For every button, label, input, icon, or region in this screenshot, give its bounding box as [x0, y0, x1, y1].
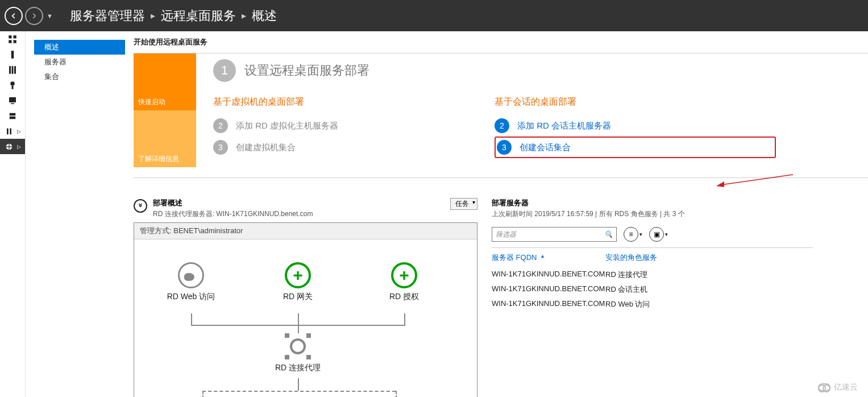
svg-rect-14 — [7, 128, 9, 134]
session-step-2[interactable]: 2添加 RD 会话主机服务器 — [495, 115, 776, 137]
chevron-right-icon: ▸ — [151, 10, 155, 21]
filter-input[interactable]: 筛选器 🔍 — [492, 227, 617, 242]
rail-nps-icon[interactable]: ▷ — [0, 123, 25, 139]
svg-rect-7 — [14, 66, 16, 74]
table-row[interactable]: WIN-1K71GKINNUD.BENET.COMRD Web 访问 — [492, 297, 813, 312]
watermark: 亿速云 — [818, 382, 858, 392]
svg-rect-11 — [11, 103, 14, 104]
step-1-badge: 1 — [213, 59, 236, 82]
vm-step-3: 3创建虚拟机集合 — [213, 137, 495, 158]
nav-forward-button — [25, 7, 43, 25]
deployment-overview-box: 部署概述 RD 连接代理服务器: WIN-1K71GKINNUD.benet.c… — [134, 198, 477, 397]
overview-box-title: 部署概述 — [153, 198, 313, 208]
node-rd-gateway[interactable]: +RD 网关 — [258, 262, 338, 302]
svg-rect-1 — [14, 35, 16, 38]
titlebar: ▼ 服务器管理器 ▸ 远程桌面服务 ▸ 概述 — [0, 0, 868, 31]
save-query-icon[interactable]: ▣ — [649, 227, 664, 242]
svg-rect-6 — [12, 66, 14, 74]
rail-iis-icon[interactable] — [0, 93, 25, 108]
nav-dropdown-icon[interactable]: ▼ — [47, 13, 53, 19]
broker-icon — [285, 333, 311, 359]
svg-rect-13 — [10, 116, 16, 119]
svg-rect-0 — [9, 35, 11, 38]
node-rd-broker[interactable]: RD 连接代理 — [258, 333, 338, 373]
svg-rect-12 — [10, 113, 16, 115]
side-nav: 概述 服务器 集合 — [34, 40, 125, 84]
rail-rds-icon[interactable]: ▷ — [0, 139, 25, 154]
deploy-heading: 设置远程桌面服务部署 — [244, 62, 369, 79]
svg-rect-3 — [14, 40, 16, 43]
svg-point-8 — [10, 81, 15, 86]
breadcrumb-part3[interactable]: 概述 — [252, 7, 277, 24]
svg-rect-2 — [9, 40, 11, 43]
sidenav-collections[interactable]: 集合 — [34, 69, 125, 84]
globe-icon — [178, 262, 204, 288]
svg-rect-4 — [11, 51, 14, 59]
tile-quickstart[interactable]: 快速启动 — [134, 53, 196, 110]
rail-local-server-icon[interactable] — [0, 47, 25, 62]
col-role[interactable]: 安装的角色服务 — [605, 253, 657, 263]
svg-marker-18 — [716, 181, 724, 187]
breadcrumb: 服务器管理器 ▸ 远程桌面服务 ▸ 概述 — [70, 7, 277, 24]
svg-rect-10 — [9, 97, 16, 102]
breadcrumb-part1[interactable]: 服务器管理器 — [70, 7, 145, 24]
svg-line-17 — [721, 175, 793, 185]
deployment-diagram: RD Web 访问 +RD 网关 +RD 授权 RD 连接代理 — [134, 239, 477, 397]
table-row[interactable]: WIN-1K71GKINNUD.BENET.COMRD 会话主机 — [492, 282, 813, 297]
svg-rect-9 — [12, 85, 14, 89]
getting-started-title: 开始使用远程桌面服务 — [134, 37, 868, 47]
search-icon[interactable]: 🔍 — [604, 230, 613, 238]
getting-started-panel: 快速启动 了解详细信息 1 设置远程桌面服务部署 基于虚拟机的桌面部署 2添加 … — [134, 53, 868, 178]
rail-file-icon[interactable] — [0, 108, 25, 123]
node-rd-license[interactable]: +RD 授权 — [364, 262, 444, 302]
plus-icon: + — [285, 262, 311, 288]
servers-box-title: 部署服务器 — [492, 198, 685, 208]
filter-placeholder: 筛选器 — [496, 230, 516, 239]
col-fqdn[interactable]: 服务器 FQDN — [492, 253, 605, 263]
main-content: 开始使用远程桌面服务 快速启动 了解详细信息 1 设置远程桌面服务部署 基于虚拟… — [134, 37, 868, 397]
session-deploy-title: 基于会话的桌面部署 — [495, 96, 776, 108]
management-label: 管理方式: BENET\administrator — [134, 223, 477, 239]
tasks-dropdown[interactable]: 任务 — [450, 198, 477, 210]
node-rd-web[interactable]: RD Web 访问 — [151, 262, 231, 302]
nav-back-button[interactable] — [5, 7, 23, 25]
servers-table: 服务器 FQDN 安装的角色服务 WIN-1K71GKINNUD.BENET.C… — [492, 247, 813, 312]
table-row[interactable]: WIN-1K71GKINNUD.BENET.COMRD 连接代理 — [492, 267, 813, 282]
rail-all-servers-icon[interactable] — [0, 62, 25, 77]
vm-deploy-title: 基于虚拟机的桌面部署 — [213, 96, 495, 108]
sidenav-servers[interactable]: 服务器 — [34, 55, 125, 69]
plus-icon: + — [391, 262, 417, 288]
watermark-logo-icon — [818, 383, 830, 391]
svg-rect-15 — [10, 128, 11, 134]
collapse-icon[interactable] — [134, 199, 147, 213]
annotation-arrow-icon — [716, 173, 796, 191]
overview-box-subtitle: RD 连接代理服务器: WIN-1K71GKINNUD.benet.com — [153, 209, 313, 219]
tile-learnmore[interactable]: 了解详细信息 — [134, 110, 196, 167]
breadcrumb-part2[interactable]: 远程桌面服务 — [161, 7, 236, 24]
view-options-icon[interactable]: ≡ — [624, 227, 638, 242]
session-step-3[interactable]: 3创建会话集合 — [495, 137, 776, 158]
rail-dashboard-icon[interactable] — [0, 31, 25, 47]
sidenav-overview[interactable]: 概述 — [34, 40, 125, 55]
rail-adcs-icon[interactable] — [0, 77, 25, 93]
svg-rect-5 — [9, 66, 11, 74]
chevron-right-icon: ▸ — [242, 10, 246, 21]
servers-box-subtitle: 上次刷新时间 2019/5/17 16:57:59 | 所有 RDS 角色服务 … — [492, 209, 685, 219]
left-rail: ▷ ▷ — [0, 31, 26, 397]
vm-step-2: 2添加 RD 虚拟化主机服务器 — [213, 115, 495, 137]
deployment-servers-box: 部署服务器 上次刷新时间 2019/5/17 16:57:59 | 所有 RDS… — [492, 198, 813, 397]
